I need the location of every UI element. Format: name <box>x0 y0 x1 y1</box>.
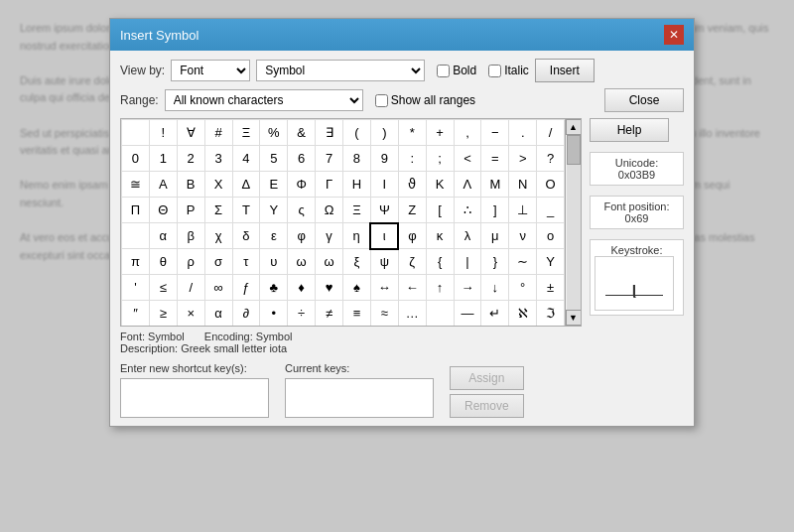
symbol-cell[interactable]: ∴ <box>454 198 481 223</box>
symbol-cell[interactable]: χ <box>204 223 232 249</box>
symbol-cell[interactable]: ⊥ <box>509 198 537 223</box>
symbol-cell[interactable]: β <box>177 223 204 249</box>
symbol-cell[interactable]: _ <box>537 198 565 223</box>
symbol-cell[interactable]: ≈ <box>370 301 398 327</box>
close-button[interactable]: Close <box>604 88 684 112</box>
symbol-cell[interactable]: • <box>260 301 288 327</box>
symbol-cell[interactable]: ″ <box>122 301 150 327</box>
symbol-cell[interactable]: 5 <box>260 146 288 172</box>
symbol-cell[interactable]: Υ <box>537 249 565 275</box>
symbol-cell[interactable]: ↑ <box>426 275 454 301</box>
symbol-cell[interactable]: α <box>204 301 232 327</box>
symbol-cell[interactable]: Ο <box>537 172 565 198</box>
scroll-up-button[interactable]: ▲ <box>566 119 582 135</box>
symbol-cell[interactable]: Ξ <box>343 198 371 223</box>
symbol-cell[interactable]: . <box>509 120 537 146</box>
symbol-cell[interactable]: Ε <box>260 172 288 198</box>
symbol-cell[interactable]: [ <box>426 198 454 223</box>
symbol-cell[interactable]: ψ <box>370 249 398 275</box>
symbol-cell[interactable]: ? <box>537 146 565 172</box>
symbol-cell[interactable]: 1 <box>149 146 177 172</box>
symbol-cell[interactable]: Υ <box>260 198 288 223</box>
symbol-cell[interactable]: & <box>288 120 316 146</box>
symbol-cell[interactable]: = <box>481 146 509 172</box>
symbol-cell[interactable]: μ <box>481 223 509 249</box>
symbol-cell[interactable]: ∀ <box>177 120 204 146</box>
scroll-down-button[interactable]: ▼ <box>566 310 582 326</box>
symbol-cell[interactable]: Φ <box>288 172 316 198</box>
symbol-cell[interactable]: { <box>426 249 454 275</box>
symbol-cell[interactable]: … <box>398 301 426 327</box>
insert-button[interactable]: Insert <box>535 59 595 82</box>
symbol-cell[interactable] <box>122 120 150 146</box>
symbol-cell[interactable]: | <box>454 249 481 275</box>
symbol-cell[interactable]: Ω <box>316 198 343 223</box>
symbol-cell[interactable]: # <box>204 120 232 146</box>
symbol-cell[interactable]: Χ <box>204 172 232 198</box>
symbol-cell[interactable]: / <box>177 275 204 301</box>
show-all-ranges-checkbox[interactable] <box>375 94 388 107</box>
symbol-cell[interactable]: × <box>177 301 204 327</box>
italic-checkbox[interactable] <box>488 65 501 77</box>
symbol-cell[interactable]: 2 <box>177 146 204 172</box>
symbol-cell[interactable] <box>426 301 454 327</box>
symbol-cell[interactable]: 9 <box>370 146 398 172</box>
symbol-cell[interactable]: Ι <box>370 172 398 198</box>
current-keys-input[interactable] <box>285 378 434 418</box>
symbol-cell[interactable]: * <box>398 120 426 146</box>
scrollbar-thumb[interactable] <box>567 135 581 165</box>
symbol-cell[interactable]: ς <box>288 198 316 223</box>
symbol-cell[interactable]: κ <box>426 223 454 249</box>
symbol-cell[interactable]: ∼ <box>509 249 537 275</box>
symbol-cell[interactable]: ♥ <box>316 275 343 301</box>
symbol-cell[interactable]: ' <box>122 275 150 301</box>
symbol-cell[interactable]: ξ <box>343 249 371 275</box>
symbol-grid[interactable]: !∀#Ξ%&∃()*+,−./0123456789:;<=>?≅ΑΒΧΔΕΦΓΗ… <box>121 119 565 326</box>
symbol-cell[interactable]: Ξ <box>232 120 260 146</box>
symbol-cell[interactable]: ± <box>537 275 565 301</box>
symbol-cell[interactable]: Τ <box>232 198 260 223</box>
symbol-cell[interactable]: ƒ <box>232 275 260 301</box>
symbol-cell[interactable]: ≅ <box>122 172 150 198</box>
symbol-cell[interactable]: / <box>537 120 565 146</box>
symbol-cell[interactable]: ↵ <box>481 301 509 327</box>
symbol-cell[interactable]: ≡ <box>343 301 371 327</box>
symbol-cell[interactable]: ( <box>343 120 371 146</box>
symbol-cell[interactable]: 8 <box>343 146 371 172</box>
symbol-cell[interactable]: % <box>260 120 288 146</box>
symbol-cell[interactable]: η <box>343 223 371 249</box>
symbol-cell[interactable]: ° <box>509 275 537 301</box>
symbol-cell[interactable]: γ <box>316 223 343 249</box>
symbol-cell[interactable]: → <box>454 275 481 301</box>
symbol-cell[interactable]: ϑ <box>398 172 426 198</box>
symbol-cell[interactable]: ↔ <box>370 275 398 301</box>
symbol-cell[interactable]: + <box>426 120 454 146</box>
symbol-cell[interactable]: Γ <box>316 172 343 198</box>
symbol-cell[interactable]: ℵ <box>509 301 537 327</box>
symbol-cell[interactable]: Α <box>149 172 177 198</box>
symbol-cell[interactable]: Η <box>343 172 371 198</box>
symbol-cell[interactable]: > <box>509 146 537 172</box>
assign-button[interactable]: Assign <box>450 366 524 390</box>
symbol-cell[interactable]: φ <box>288 223 316 249</box>
symbol-cell[interactable]: ω <box>288 249 316 275</box>
symbol-cell[interactable]: Μ <box>481 172 509 198</box>
symbol-cell[interactable]: α <box>149 223 177 249</box>
symbol-cell[interactable]: ν <box>509 223 537 249</box>
symbol-cell[interactable]: ! <box>149 120 177 146</box>
symbol-cell[interactable]: Δ <box>232 172 260 198</box>
symbol-cell[interactable]: Π <box>122 198 150 223</box>
bold-checkbox[interactable] <box>437 65 450 77</box>
symbol-cell[interactable]: θ <box>149 249 177 275</box>
symbol-cell[interactable]: ι <box>370 223 398 249</box>
symbol-cell[interactable]: Θ <box>149 198 177 223</box>
symbol-cell[interactable]: ≥ <box>149 301 177 327</box>
symbol-cell[interactable]: ♠ <box>343 275 371 301</box>
symbol-cell[interactable]: − <box>481 120 509 146</box>
symbol-cell[interactable]: π <box>122 249 150 275</box>
remove-button[interactable]: Remove <box>450 394 524 418</box>
help-button[interactable]: Help <box>590 118 669 142</box>
symbol-cell[interactable]: } <box>481 249 509 275</box>
symbol-cell[interactable]: < <box>454 146 481 172</box>
symbol-cell[interactable]: 6 <box>288 146 316 172</box>
